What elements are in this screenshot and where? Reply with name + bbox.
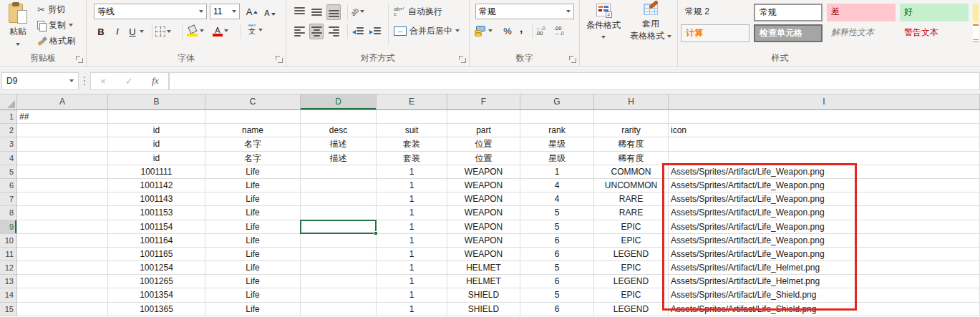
cell-I2[interactable]: icon (669, 124, 980, 137)
font-dialog-launcher[interactable] (276, 56, 283, 63)
increase-decimal-button[interactable]: ←.0.00 (535, 23, 545, 39)
cell-F6[interactable]: WEAPON (447, 179, 520, 192)
cell-I9[interactable]: Assets/Sprites/Artifact/Life_Weapon.png (669, 220, 980, 234)
cell-A10[interactable] (17, 234, 108, 248)
cell-C1[interactable] (205, 110, 301, 124)
cell-G11[interactable]: 6 (520, 248, 594, 261)
increase-font-size-button[interactable]: A (244, 4, 260, 19)
select-all-corner[interactable] (0, 94, 17, 109)
cell-I4[interactable] (669, 152, 980, 165)
cell-E12[interactable]: 1 (377, 261, 447, 275)
column-header-B[interactable]: B (108, 94, 205, 109)
cell-I13[interactable]: Assets/Sprites/Artifact/Life_Helmet.png (669, 275, 980, 288)
font-name-combo[interactable]: 等线 (94, 4, 207, 19)
cell-C9[interactable]: Life (205, 220, 301, 234)
insert-function-icon[interactable]: fx (152, 75, 158, 87)
borders-button[interactable] (155, 24, 171, 39)
cell-D15[interactable] (301, 303, 377, 316)
cell-H5[interactable]: COMMON (594, 165, 669, 179)
cell-H8[interactable]: RARE (594, 206, 669, 220)
increase-indent-button[interactable] (368, 24, 382, 39)
cell-B7[interactable]: 1001143 (108, 192, 205, 206)
column-header-A[interactable]: A (17, 94, 108, 109)
cell-B14[interactable]: 1001354 (108, 288, 205, 302)
cell-B8[interactable]: 1001153 (108, 206, 205, 220)
cell-G6[interactable]: 4 (520, 179, 594, 192)
column-header-G[interactable]: G (520, 94, 594, 109)
cell-F14[interactable]: SHIELD (447, 288, 520, 302)
name-box-dropdown-icon[interactable] (69, 79, 74, 82)
column-header-C[interactable]: C (205, 94, 301, 109)
cell-A15[interactable] (17, 303, 108, 316)
cell-F7[interactable]: WEAPON (447, 192, 520, 206)
paste-button[interactable]: 粘贴 (3, 2, 33, 52)
cell-I15[interactable]: Assets/Sprites/Artifact/Life_Shield.png (669, 303, 980, 316)
cell-G9[interactable]: 5 (520, 220, 594, 234)
cell-A7[interactable] (17, 192, 108, 206)
cell-H9[interactable]: EPIC (594, 220, 669, 234)
column-header-D[interactable]: D (301, 94, 377, 109)
align-center-button[interactable] (309, 24, 324, 39)
cell-G5[interactable]: 1 (520, 165, 594, 179)
style-good[interactable]: 好 (900, 4, 969, 21)
cell-A5[interactable] (17, 165, 108, 179)
style-neutral-partial[interactable] (973, 4, 979, 21)
cell-E6[interactable]: 1 (377, 179, 447, 192)
style-explain[interactable]: 解释性文本 (827, 24, 896, 42)
cell-H12[interactable]: EPIC (594, 261, 669, 275)
cell-B3[interactable]: id (108, 137, 205, 151)
cell-A8[interactable] (17, 206, 108, 220)
cell-F2[interactable]: part (447, 124, 520, 137)
cell-E13[interactable]: 1 (377, 275, 447, 288)
comma-style-button[interactable]: , (517, 20, 525, 36)
orientation-dropdown-icon[interactable] (360, 10, 364, 13)
row-header-14[interactable]: 14 (0, 288, 17, 302)
font-size-dropdown-icon[interactable] (232, 10, 236, 13)
cell-E4[interactable]: 套装 (377, 152, 447, 165)
cell-B6[interactable]: 1001142 (108, 179, 205, 192)
cell-E1[interactable] (377, 110, 447, 124)
align-left-button[interactable] (292, 24, 306, 39)
orientation-button[interactable]: ab (351, 4, 364, 19)
row-header-5[interactable]: 5 (0, 165, 17, 179)
column-header-E[interactable]: E (377, 94, 447, 109)
cell-A4[interactable] (17, 152, 108, 165)
cell-E8[interactable]: 1 (377, 206, 447, 220)
cell-D13[interactable] (301, 275, 377, 288)
cell-E7[interactable]: 1 (377, 192, 447, 206)
cell-I6[interactable]: Assets/Sprites/Artifact/Life_Weapon.png (669, 179, 980, 192)
formula-bar-drag-handle[interactable] (81, 72, 88, 90)
cell-G4[interactable]: 星级 (520, 152, 594, 165)
cell-F15[interactable]: SHIELD (447, 303, 520, 316)
style-calc[interactable]: 计算 (681, 24, 749, 42)
cell-F12[interactable]: HELMET (447, 261, 520, 275)
cell-C6[interactable]: Life (205, 179, 301, 192)
cell-E14[interactable]: 1 (377, 288, 447, 302)
align-top-button[interactable] (292, 4, 306, 20)
cell-B10[interactable]: 1001164 (108, 234, 205, 248)
cell-H3[interactable]: 稀有度 (594, 137, 669, 151)
row-header-12[interactable]: 12 (0, 261, 17, 275)
cell-E15[interactable]: 1 (377, 303, 447, 316)
cell-F11[interactable]: WEAPON (447, 248, 520, 261)
cell-D3[interactable]: 描述 (301, 137, 377, 151)
cell-H11[interactable]: LEGEND (594, 248, 669, 261)
cell-C11[interactable]: Life (205, 248, 301, 261)
italic-button[interactable]: I (112, 24, 122, 39)
copy-button[interactable]: 复制 (37, 18, 73, 32)
cell-C10[interactable]: Life (205, 234, 301, 248)
cell-A2[interactable] (17, 124, 108, 137)
cell-E5[interactable]: 1 (377, 165, 447, 179)
decrease-decimal-button[interactable]: .00→.0 (554, 23, 564, 39)
cell-A11[interactable] (17, 248, 108, 261)
style-check[interactable]: 检查单元格 (754, 24, 823, 42)
cell-F5[interactable]: WEAPON (447, 165, 520, 179)
cell-I7[interactable]: Assets/Sprites/Artifact/Life_Weapon.png (669, 192, 980, 206)
cell-G7[interactable]: 4 (520, 192, 594, 206)
phonetic-dropdown-icon[interactable] (258, 29, 263, 31)
number-format-combo[interactable]: 常规 (475, 4, 574, 19)
style-total-partial[interactable] (973, 24, 979, 42)
cell-C3[interactable]: 名字 (205, 137, 301, 151)
cell-A1[interactable]: ## (17, 110, 108, 124)
cell-D2[interactable]: desc (301, 124, 377, 137)
